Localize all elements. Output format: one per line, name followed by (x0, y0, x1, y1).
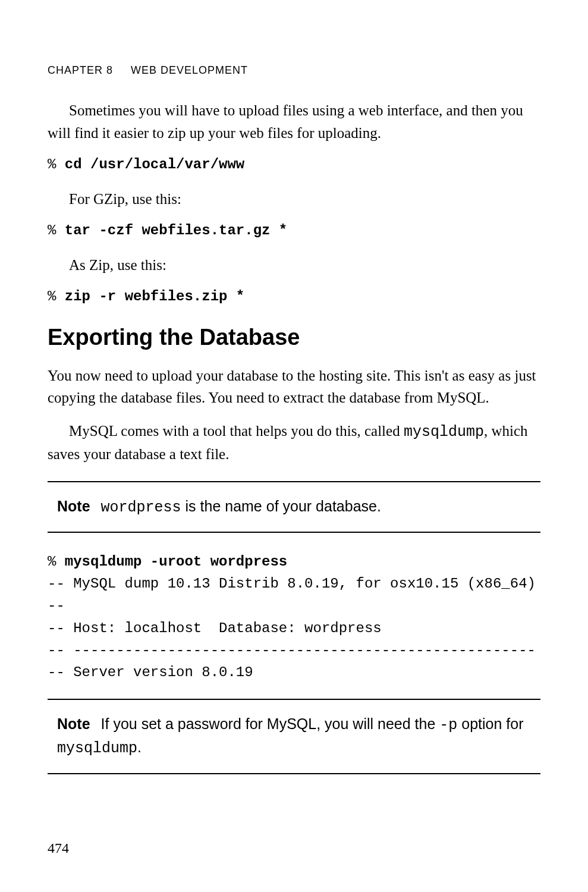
inline-code: mysqldump (404, 423, 484, 441)
code-line: -- Host: localhost Database: wordpress (48, 620, 382, 636)
body-paragraph: You now need to upload your database to … (48, 365, 540, 409)
body-paragraph: MySQL comes with a tool that helps you d… (48, 420, 540, 466)
shell-prompt: % (48, 288, 65, 304)
note-text: If you set a password for MySQL, you wil… (101, 715, 440, 732)
inline-code: mysqldump (57, 740, 137, 757)
chapter-label: CHAPTER 8 (48, 64, 113, 76)
note-box: NoteIf you set a password for MySQL, you… (48, 699, 540, 774)
command-line: % tar -czf webfiles.tar.gz * (48, 221, 540, 241)
note-text: is the name of your database. (181, 498, 381, 514)
shell-prompt: % (48, 156, 65, 172)
command-text: tar -czf webfiles.tar.gz * (65, 222, 287, 238)
body-paragraph: As Zip, use this: (48, 254, 540, 277)
command-text: mysqldump -uroot wordpress (65, 554, 287, 570)
note-text: option for (457, 715, 523, 732)
inline-code: wordpress (101, 499, 181, 516)
section-heading: Exporting the Database (48, 325, 540, 350)
running-header: CHAPTER 8 WEB DEVELOPMENT (48, 64, 540, 77)
shell-prompt: % (48, 222, 65, 238)
page-number: 474 (48, 840, 69, 856)
shell-prompt: % (48, 554, 65, 570)
note-box: Notewordpress is the name of your databa… (48, 481, 540, 533)
code-line: -- Server version 8.0.19 (48, 664, 253, 680)
body-paragraph: For GZip, use this: (48, 188, 540, 211)
code-line: -- (48, 598, 65, 614)
inline-code: -p (439, 717, 457, 734)
note-label: Note (57, 498, 90, 514)
code-line: -- MySQL dump 10.13 Distrib 8.0.19, for … (48, 576, 536, 592)
note-text: . (137, 739, 142, 755)
code-line: -- -------------------------------------… (48, 642, 536, 658)
command-line: % zip -r webfiles.zip * (48, 287, 540, 307)
chapter-title: WEB DEVELOPMENT (131, 64, 248, 76)
code-block: % mysqldump -uroot wordpress -- MySQL du… (48, 551, 540, 683)
body-paragraph: Sometimes you will have to upload files … (48, 99, 540, 144)
text-run: MySQL comes with a tool that helps you d… (69, 423, 404, 439)
command-text: cd /usr/local/var/www (65, 156, 244, 172)
command-line: % cd /usr/local/var/www (48, 155, 540, 175)
command-text: zip -r webfiles.zip * (65, 288, 244, 304)
note-label: Note (57, 715, 90, 732)
